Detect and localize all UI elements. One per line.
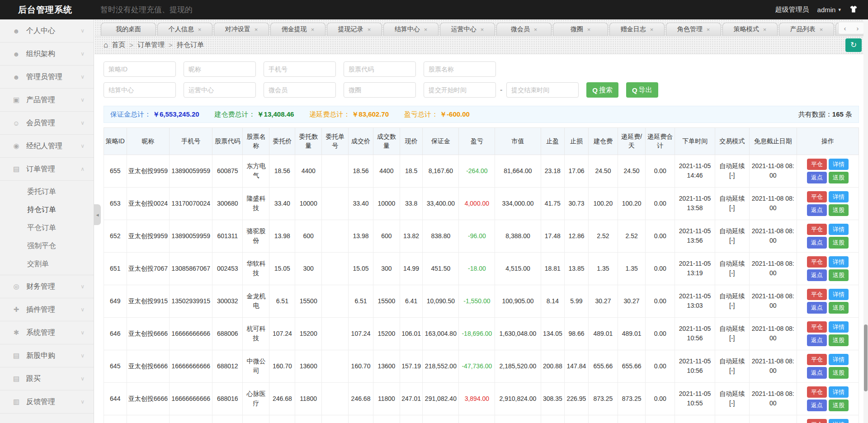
平仓-button[interactable]: 平仓 <box>807 386 827 398</box>
sidebar-item-4[interactable]: ▣产品管理∨ <box>0 89 94 112</box>
filter-input-股票代码[interactable] <box>344 61 416 77</box>
tab-对冲设置[interactable]: 对冲设置× <box>214 23 269 36</box>
tab-prev-icon[interactable]: ‹ <box>840 23 850 33</box>
sidebar-item-2[interactable]: ☻组织架构∨ <box>0 42 94 66</box>
tab-策略模式[interactable]: 策略模式× <box>722 23 778 36</box>
sidebar-subitem-平仓订单[interactable]: 平仓订单 <box>0 219 94 237</box>
详情-button[interactable]: 详情 <box>829 159 849 170</box>
tab-微圈[interactable]: 微圈× <box>553 23 608 36</box>
送股-button[interactable]: 送股 <box>829 367 849 379</box>
sidebar-item-3[interactable]: ☻管理员管理∨ <box>0 66 94 89</box>
close-icon[interactable]: × <box>820 26 823 33</box>
scrollbar-thumb[interactable] <box>864 324 868 391</box>
详情-button[interactable]: 详情 <box>829 386 849 398</box>
平仓-button[interactable]: 平仓 <box>807 191 827 203</box>
送股-button[interactable]: 送股 <box>829 204 849 216</box>
详情-button[interactable]: 详情 <box>829 256 849 268</box>
平仓-button[interactable]: 平仓 <box>807 159 827 170</box>
送股-button[interactable]: 送股 <box>829 334 849 346</box>
sidebar-item-9[interactable]: ✚插件管理∨ <box>0 298 94 321</box>
详情-button[interactable]: 详情 <box>829 321 849 333</box>
close-icon[interactable]: × <box>763 26 767 33</box>
close-icon[interactable]: × <box>311 26 315 33</box>
sidebar-item-6[interactable]: ◉经纪人管理∨ <box>0 135 94 158</box>
cell-trade-mode: 自动延续[-] <box>715 285 749 317</box>
sidebar-item-5[interactable]: ☺会员管理∨ <box>0 112 94 135</box>
返点-button[interactable]: 返点 <box>807 269 827 281</box>
filter-input-end-date[interactable] <box>506 82 579 98</box>
详情-button[interactable]: 详情 <box>829 354 849 366</box>
close-icon[interactable]: × <box>587 26 591 33</box>
详情-button[interactable]: 详情 <box>829 419 849 423</box>
breadcrumb-order[interactable]: 订单管理 <box>137 41 165 49</box>
平仓-button[interactable]: 平仓 <box>807 419 827 423</box>
返点-button[interactable]: 返点 <box>807 367 827 379</box>
close-icon[interactable]: × <box>650 26 654 33</box>
平仓-button[interactable]: 平仓 <box>807 224 827 235</box>
filter-input-策略ID[interactable] <box>104 61 176 77</box>
tab-next-icon[interactable]: › <box>852 23 863 33</box>
sidebar-item-13[interactable]: ▥反馈管理∨ <box>0 390 94 414</box>
search-button[interactable]: Q搜索 <box>586 82 618 98</box>
送股-button[interactable]: 送股 <box>829 400 849 411</box>
sidebar-subitem-委托订单[interactable]: 委托订单 <box>0 183 94 201</box>
close-icon[interactable]: × <box>368 26 371 33</box>
平仓-button[interactable]: 平仓 <box>807 321 827 333</box>
平仓-button[interactable]: 平仓 <box>807 289 827 301</box>
filter-input-运营中心[interactable] <box>184 82 256 98</box>
sidebar-item-7[interactable]: ▤订单管理∧ <box>0 158 94 181</box>
tab-我的桌面[interactable]: 我的桌面 <box>101 23 156 36</box>
返点-button[interactable]: 返点 <box>807 237 827 249</box>
sidebar-item-11[interactable]: ▤新股申购∨ <box>0 344 94 367</box>
sidebar-subitem-交割单[interactable]: 交割单 <box>0 255 94 273</box>
breadcrumb-home[interactable]: 首页 <box>112 41 125 49</box>
送股-button[interactable]: 送股 <box>829 269 849 281</box>
sidebar-subitem-持仓订单[interactable]: 持仓订单 <box>0 201 94 219</box>
filter-input-微会员[interactable] <box>264 82 336 98</box>
返点-button[interactable]: 返点 <box>807 172 827 183</box>
filter-input-手机号[interactable] <box>264 61 336 77</box>
refresh-button[interactable]: ↻ <box>845 38 862 52</box>
close-icon[interactable]: × <box>534 26 538 33</box>
close-icon[interactable]: × <box>707 26 710 33</box>
close-icon[interactable]: × <box>198 26 202 33</box>
tab-结算中心[interactable]: 结算中心× <box>383 23 439 36</box>
返点-button[interactable]: 返点 <box>807 334 827 346</box>
filter-input-start-date[interactable] <box>424 82 496 98</box>
tab-赠金日志[interactable]: 赠金日志× <box>609 23 665 36</box>
user-menu[interactable]: admin ▾ <box>817 6 841 14</box>
tab-微会员[interactable]: 微会员× <box>496 23 552 36</box>
close-icon[interactable]: × <box>424 26 428 33</box>
tab-个人信息[interactable]: 个人信息× <box>157 23 212 36</box>
返点-button[interactable]: 返点 <box>807 302 827 314</box>
close-icon[interactable]: × <box>255 26 258 33</box>
tab-提现记录[interactable]: 提现记录× <box>327 23 382 36</box>
返点-button[interactable]: 返点 <box>807 400 827 411</box>
vertical-scrollbar[interactable] <box>863 19 868 423</box>
tab-产品列表[interactable]: 产品列表× <box>779 23 834 36</box>
详情-button[interactable]: 详情 <box>829 191 849 203</box>
平仓-button[interactable]: 平仓 <box>807 354 827 366</box>
sidebar-item-8[interactable]: ◎财务管理∨ <box>0 275 94 298</box>
sidebar-item-10[interactable]: ✱系统管理∨ <box>0 321 94 344</box>
tab-角色管理[interactable]: 角色管理× <box>666 23 721 36</box>
filter-input-昵称[interactable] <box>184 61 256 77</box>
送股-button[interactable]: 送股 <box>829 172 849 183</box>
返点-button[interactable]: 返点 <box>807 204 827 216</box>
export-button[interactable]: Q导出 <box>626 82 658 98</box>
详情-button[interactable]: 详情 <box>829 289 849 301</box>
sidebar-item-12[interactable]: ▤跟买∨ <box>0 367 94 390</box>
filter-input-微圈[interactable] <box>344 82 416 98</box>
送股-button[interactable]: 送股 <box>829 237 849 249</box>
filter-input-结算中心[interactable] <box>104 82 176 98</box>
送股-button[interactable]: 送股 <box>829 302 849 314</box>
sidebar-item-1[interactable]: ☻个人中心∨ <box>0 19 94 42</box>
theme-shirt-icon[interactable] <box>849 5 858 15</box>
sidebar-subitem-强制平仓[interactable]: 强制平仓 <box>0 237 94 255</box>
tab-运营中心[interactable]: 运营中心× <box>440 23 495 36</box>
详情-button[interactable]: 详情 <box>829 224 849 235</box>
close-icon[interactable]: × <box>481 26 484 33</box>
filter-input-股票名称[interactable] <box>424 61 496 77</box>
tab-佣金提现[interactable]: 佣金提现× <box>270 23 326 36</box>
平仓-button[interactable]: 平仓 <box>807 256 827 268</box>
